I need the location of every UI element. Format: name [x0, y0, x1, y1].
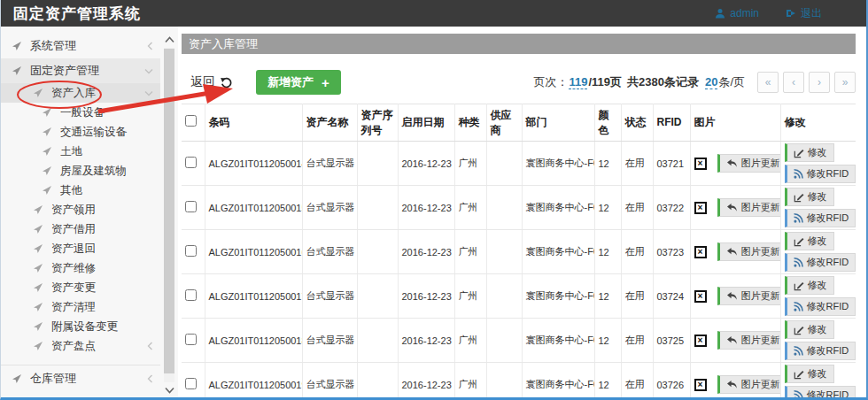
column-header: 状态: [621, 104, 653, 142]
sidebar-item[interactable]: 房屋及建筑物: [1, 161, 160, 181]
reply-arrow-icon: [726, 203, 738, 212]
scrollbar-track[interactable]: [164, 48, 174, 382]
picture-cell: ×图片更新: [690, 363, 780, 400]
pic-update-button[interactable]: 图片更新: [717, 198, 781, 217]
picture-cell: ×图片更新: [690, 230, 780, 274]
user-menu[interactable]: admin: [715, 6, 759, 21]
edit-button[interactable]: 修改: [785, 320, 834, 339]
row-checkbox[interactable]: [185, 289, 197, 301]
logout-label: 退出: [801, 6, 822, 21]
pager-next-button[interactable]: ›: [809, 72, 830, 93]
pager-prev-button[interactable]: ‹: [783, 72, 804, 93]
logout-button[interactable]: 退出: [786, 6, 822, 21]
select-all-checkbox[interactable]: [185, 115, 197, 127]
panel-title: 资产入库管理: [182, 34, 856, 54]
page-size-link[interactable]: 20: [705, 75, 717, 89]
edit-button[interactable]: 修改: [785, 276, 834, 295]
sidebar-item[interactable]: 资产退回: [1, 239, 160, 258]
row-checkbox[interactable]: [185, 157, 197, 168]
asset-name-cell: 台式显示器: [302, 363, 357, 400]
row-checkbox[interactable]: [185, 378, 197, 389]
sidebar-item[interactable]: 资产借用: [1, 219, 160, 239]
picture-cell: ×图片更新: [690, 142, 780, 186]
row-checkbox[interactable]: [185, 245, 197, 257]
checkbox-cell: [182, 142, 205, 186]
edit-rfid-button[interactable]: 修改RFID: [785, 386, 856, 400]
checkbox-cell: [182, 319, 205, 363]
sidebar-item[interactable]: 资产领用: [1, 200, 160, 219]
sidebar-item[interactable]: 仓库管理: [1, 365, 160, 389]
checkbox-cell: [182, 186, 205, 230]
serial-cell: [357, 230, 398, 274]
edit-button[interactable]: 修改: [785, 232, 834, 250]
sidebar-item[interactable]: 附属设备变更: [1, 317, 160, 336]
barcode-cell: ALGZ01IT0112050016: [205, 230, 302, 274]
edit-button[interactable]: 修改: [785, 365, 834, 383]
status-cell: 在用: [621, 186, 653, 230]
department-cell: 寰图商务中心-F08: [522, 274, 594, 319]
edit-button[interactable]: 修改: [785, 188, 834, 206]
pager-last-button[interactable]: »: [834, 72, 856, 93]
row-checkbox[interactable]: [185, 334, 197, 345]
pic-update-button[interactable]: 图片更新: [717, 331, 781, 350]
sidebar-item[interactable]: 其他: [1, 181, 160, 200]
add-asset-button[interactable]: 新增资产 +: [256, 70, 341, 95]
nav-arrow-icon: [12, 41, 22, 51]
picture-cell: ×图片更新: [690, 274, 780, 319]
scrollbar-thumb[interactable]: [164, 49, 174, 373]
pic-update-button[interactable]: 图片更新: [717, 375, 781, 394]
edit-pencil-icon: [794, 281, 804, 291]
department-cell: 寰图商务中心-F08: [522, 186, 594, 230]
supplier-cell: [486, 274, 522, 319]
pic-update-button[interactable]: 图片更新: [717, 242, 781, 261]
nav-arrow-icon: [42, 185, 52, 196]
pic-update-button[interactable]: 图片更新: [717, 287, 781, 305]
nav-arrow-icon: [33, 302, 43, 312]
category-cell: 广州: [454, 319, 486, 363]
column-header: RFID: [653, 104, 690, 142]
barcode-cell: ALGZ01IT0112050017: [205, 274, 302, 319]
sidebar-item[interactable]: 资产清理: [1, 297, 160, 317]
pic-update-button[interactable]: 图片更新: [717, 154, 781, 173]
sidebar-item[interactable]: 一般设备: [1, 103, 160, 122]
sidebar-item[interactable]: 资产入库: [1, 83, 160, 103]
start-date-cell: 2016-12-23: [398, 274, 454, 319]
edit-rfid-button[interactable]: 修改RFID: [785, 297, 856, 316]
pager-first-button[interactable]: «: [757, 72, 779, 93]
sidebar-item[interactable]: 资产维修: [1, 258, 160, 278]
current-page-link[interactable]: 119: [569, 75, 587, 89]
rfid-signal-icon: [794, 390, 803, 400]
scroll-down-icon[interactable]: [163, 384, 175, 396]
edit-rfid-button[interactable]: 修改RFID: [785, 165, 856, 183]
sidebar-scrollbar[interactable]: [163, 34, 175, 396]
edit-button[interactable]: 修改: [785, 143, 834, 162]
sidebar-item[interactable]: 固定资产管理: [1, 58, 160, 83]
sidebar-item[interactable]: 土地: [1, 142, 160, 161]
back-button[interactable]: 返回: [190, 74, 233, 90]
category-cell: 广州: [454, 230, 486, 274]
scroll-up-icon[interactable]: [163, 34, 175, 46]
modify-cell: 修改修改RFID: [780, 142, 856, 186]
edit-rfid-button[interactable]: 修改RFID: [785, 209, 856, 227]
sidebar-item[interactable]: 资产盘点: [1, 336, 160, 356]
sidebar-item[interactable]: 交通运输设备: [1, 122, 160, 142]
sidebar-item[interactable]: 系统管理: [1, 34, 160, 58]
color-cell: 12: [594, 142, 621, 186]
total-pages: /119页: [588, 74, 622, 90]
department-cell: 寰图商务中心-F08: [522, 230, 594, 274]
edit-rfid-button[interactable]: 修改RFID: [785, 253, 856, 272]
rfid-signal-icon: [794, 346, 803, 356]
back-label: 返回: [190, 74, 215, 90]
color-cell: 12: [594, 230, 621, 274]
checkbox-cell: [182, 363, 205, 400]
department-cell: 寰图商务中心-F08: [522, 319, 594, 363]
checkbox-cell: [182, 230, 205, 274]
sidebar-item-label: 土地: [60, 144, 82, 159]
supplier-cell: [486, 230, 522, 274]
sidebar: 系统管理固定资产管理资产入库一般设备交通运输设备土地房屋及建筑物其他资产领用资产…: [1, 27, 178, 400]
edit-rfid-button[interactable]: 修改RFID: [785, 342, 856, 360]
sidebar-item[interactable]: 资产变更: [1, 278, 160, 297]
sidebar-item-label: 资产领用: [51, 203, 96, 218]
row-checkbox[interactable]: [185, 201, 197, 212]
nav-arrow-icon: [42, 107, 52, 118]
